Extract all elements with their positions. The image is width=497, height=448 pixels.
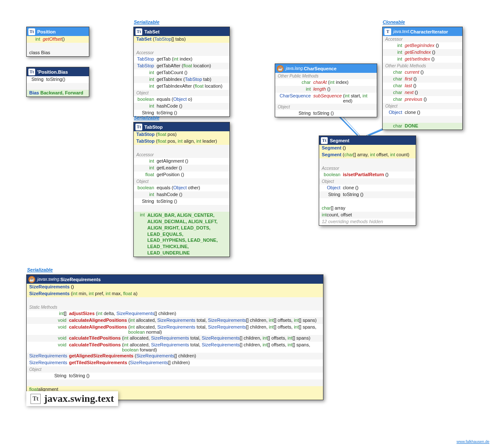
title: Position bbox=[37, 29, 55, 34]
super-link[interactable]: Serializable bbox=[134, 19, 160, 25]
package-icon: Tt bbox=[30, 394, 41, 404]
package-title: Ttjavax.swing.text bbox=[26, 391, 118, 406]
field-row: Bias Backward, Forward bbox=[27, 90, 89, 97]
method-row: intgetOffset() bbox=[27, 36, 89, 43]
title: TabStop bbox=[144, 124, 163, 130]
footer-link[interactable]: www.falkhausen.de bbox=[456, 440, 489, 444]
class-icon: ☕ bbox=[28, 276, 35, 283]
class-icon: Tt bbox=[135, 124, 142, 130]
title: SizeRequirements bbox=[60, 277, 100, 282]
title: Position.Bias bbox=[39, 69, 68, 75]
title: Segment bbox=[330, 138, 349, 143]
title: CharacterIterator bbox=[410, 29, 448, 34]
title: TabSet bbox=[144, 29, 160, 34]
super-link[interactable]: Serializable bbox=[134, 115, 160, 120]
super-link[interactable]: Serializable bbox=[27, 267, 53, 272]
method-row: StringtoString() bbox=[27, 76, 89, 83]
class-position: TtPosition intgetOffset() class Bias bbox=[26, 27, 89, 57]
field-row: class Bias bbox=[27, 50, 89, 56]
iface-char-iterator: Tjava.text.CharacterIterator Accessor in… bbox=[382, 27, 463, 130]
header: TtPosition bbox=[27, 27, 89, 36]
class-tabset: TtTabSet TabSet (TabStop[] tabs) Accesso… bbox=[133, 27, 230, 117]
header: Tt'Position.Bias bbox=[27, 67, 89, 76]
class-icon: Tt bbox=[28, 28, 35, 35]
class-icon: Tt bbox=[28, 69, 35, 75]
interface-icon: ☕ bbox=[277, 65, 284, 72]
class-tabstop: TtTabStop TabStop (float pos) TabStop (f… bbox=[133, 122, 230, 257]
interface-icon: T bbox=[384, 28, 391, 35]
iface-charsequence: ☕java.lang.CharSequence Other Public Met… bbox=[275, 64, 377, 117]
class-position-bias: Tt'Position.Bias StringtoString() Bias B… bbox=[26, 67, 89, 97]
super-link[interactable]: Cloneable bbox=[383, 19, 405, 25]
class-icon: Tt bbox=[321, 137, 328, 144]
class-icon: Tt bbox=[135, 28, 142, 35]
class-size-requirements: ☕javax.swing.SizeRequirements SizeRequir… bbox=[26, 274, 323, 400]
class-segment: TtSegment Segment () Segment (char[] arr… bbox=[319, 136, 416, 226]
title: CharSequence bbox=[304, 66, 337, 71]
